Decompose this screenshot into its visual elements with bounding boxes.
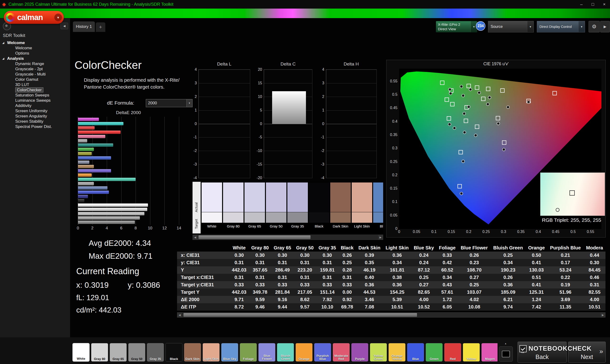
scrollbar-thumb[interactable] bbox=[183, 313, 417, 317]
tab-history-1[interactable]: History 1 bbox=[73, 21, 95, 32]
table-cell: 3.46 bbox=[356, 296, 383, 303]
deltae-bar bbox=[78, 216, 140, 220]
maximize-icon[interactable]: □ bbox=[587, 0, 598, 9]
table-cell: 0.33 bbox=[230, 281, 249, 288]
scrollbar-thumb[interactable] bbox=[198, 235, 311, 239]
sidebar-item-grayscale-multi[interactable]: Grayscale - Multi bbox=[0, 72, 70, 77]
table-cell: 9.59 bbox=[249, 296, 271, 303]
de-formula-dropdown[interactable]: 2000 ▼ bbox=[146, 99, 193, 107]
table-col-header: Black bbox=[338, 244, 356, 252]
reading-fl: fL: 129.01 bbox=[76, 294, 109, 302]
sidebar-item-luminance-sweeps[interactable]: Luminance Sweeps bbox=[0, 98, 70, 103]
back-label: Back bbox=[518, 353, 566, 360]
patch-chip-blue[interactable]: Blue bbox=[407, 343, 424, 362]
chevron-down-icon[interactable]: ▾ bbox=[54, 13, 62, 21]
table-cell: 0.33 bbox=[338, 281, 356, 288]
patch-chip-blue-sky[interactable]: Blue Sky bbox=[221, 343, 238, 362]
patch-chip-black[interactable]: Black bbox=[165, 343, 182, 362]
sidebar-item-screen-uniformity[interactable]: Screen Uniformity bbox=[0, 108, 70, 114]
minimize-icon[interactable]: – bbox=[576, 0, 587, 9]
delta-c-title: Delta C bbox=[280, 62, 296, 67]
delta-h-title: Delta H bbox=[344, 62, 359, 67]
sidebar-item-welcome[interactable]: ◢Welcome bbox=[0, 40, 70, 46]
scroll-left-icon[interactable]: ◀ bbox=[177, 312, 182, 317]
sidebar-item-screen-angularity[interactable]: Screen Angularity bbox=[0, 114, 70, 119]
table-cell: 10.52 bbox=[411, 303, 437, 311]
panel-expand-button[interactable]: ▶ bbox=[600, 21, 610, 32]
patch-chip-gray-50[interactable]: Gray 50 bbox=[128, 343, 145, 362]
source-selector[interactable]: Source ▼ bbox=[488, 21, 534, 32]
patch-chip-yellow-green[interactable]: Yellow Green bbox=[370, 343, 387, 362]
patch-chip-green[interactable]: Green bbox=[426, 343, 443, 362]
patch-chip-foliage[interactable]: Foliage bbox=[240, 343, 257, 362]
table-scrollbar[interactable]: ◀ ▶ bbox=[177, 312, 606, 318]
title-bar: ◆ Calman 2025 Calman Ultimate for Busine… bbox=[0, 0, 610, 9]
patch-chip-yellow[interactable]: Yellow bbox=[463, 343, 480, 362]
table-row-label: Target Y bbox=[177, 288, 230, 296]
cie-measurement-marker bbox=[463, 112, 466, 115]
sidebar-item-screen-stability[interactable]: Screen Stability bbox=[0, 119, 70, 124]
deltae-bar bbox=[78, 161, 89, 164]
cie-measurement-marker bbox=[488, 96, 491, 99]
patch-chip-moderate-red[interactable]: Moderate Red bbox=[333, 343, 350, 362]
scroll-right-icon[interactable]: ▶ bbox=[378, 235, 383, 240]
patch-chip-purple[interactable]: Purple bbox=[351, 343, 368, 362]
patch-chip-magen[interactable]: Magen bbox=[481, 343, 498, 362]
tree-expander-icon[interactable]: ◢ bbox=[2, 40, 4, 46]
sidebar-item-saturation-sweeps[interactable]: Saturation Sweeps bbox=[0, 93, 70, 98]
patch-chip-bluish-green[interactable]: Bluish Green bbox=[277, 343, 294, 362]
scroll-right-icon[interactable]: ▶ bbox=[600, 312, 605, 317]
sidebar-item-colorchecker[interactable]: ColorChecker bbox=[0, 87, 70, 93]
patch-chip-gray-65[interactable]: Gray 65 bbox=[110, 343, 127, 362]
window-title: Calman 2025 Calman Ultimate for Business… bbox=[9, 2, 173, 7]
tree-expander-icon[interactable]: ◢ bbox=[2, 56, 4, 61]
table-cell: 46.19 bbox=[356, 266, 383, 274]
table-cell: 0.30 bbox=[249, 252, 271, 259]
table-cell: 8.62 bbox=[294, 296, 316, 303]
calman-logo-menu[interactable]: calman ▾ bbox=[4, 11, 64, 24]
table-cell: 3.69 bbox=[547, 296, 584, 303]
table-cell: 0.30 bbox=[230, 252, 249, 259]
sidebar-item-welcome[interactable]: Welcome bbox=[0, 46, 70, 51]
patch-chip-white[interactable]: White bbox=[72, 343, 90, 362]
de-formula-label: dE Formula: bbox=[107, 100, 134, 106]
sidebar-collapse-button[interactable]: ◀ bbox=[61, 23, 68, 29]
sidebar-item-3d-lut[interactable]: 3D LUT bbox=[0, 82, 70, 87]
table-cell: 1.24 bbox=[526, 296, 547, 303]
patch-name: Gray 35 bbox=[287, 223, 308, 231]
deltae-bar bbox=[78, 203, 148, 207]
pattern-window-button[interactable] bbox=[499, 346, 513, 362]
patch-chip-gray-80[interactable]: Gray 80 bbox=[91, 343, 108, 362]
patch-chip-light-skin[interactable]: Light Skin bbox=[203, 343, 220, 362]
sidebar-item-analysis[interactable]: ◢Analysis bbox=[0, 56, 70, 61]
sidebar-item-spectral-power-dist[interactable]: Spectral Power Dist. bbox=[0, 124, 70, 129]
sidebar-item-options[interactable]: Options bbox=[0, 51, 70, 56]
patch-chip-gray-35[interactable]: Gray 35 bbox=[147, 343, 164, 362]
patch-chip-red[interactable]: Red bbox=[444, 343, 461, 362]
patch-chip-dark-skin[interactable]: Dark Skin bbox=[184, 343, 201, 362]
meter-count-badge[interactable]: 234 bbox=[476, 21, 485, 31]
settings-button[interactable]: ⚙ bbox=[589, 21, 600, 32]
patch-chip-orange[interactable]: Orange bbox=[296, 343, 313, 362]
table-cell: 357.65 bbox=[249, 266, 271, 274]
close-icon[interactable]: × bbox=[598, 0, 610, 9]
patch-chip-orange-yellow[interactable]: Orange Yellow bbox=[389, 343, 405, 362]
swatch-scrollbar[interactable]: ◀ ▶ bbox=[193, 235, 383, 240]
table-cell: 0.30 bbox=[294, 252, 316, 259]
patch-chip-blue-flower[interactable]: Blue Flower bbox=[258, 343, 275, 362]
chevron-up-icon[interactable]: ▲ bbox=[497, 342, 514, 345]
scroll-left-icon[interactable]: ◀ bbox=[193, 235, 197, 240]
meter-selector[interactable]: X-Rite i1Pro 2 Direct View ▼ bbox=[436, 21, 477, 32]
table-cell: 44.53 bbox=[356, 288, 383, 296]
table-cell: 0.17 bbox=[547, 259, 584, 266]
sidebar-item-additivity[interactable]: Additivity bbox=[0, 103, 70, 108]
table-cell: 125.31 bbox=[526, 288, 547, 296]
patch-chip-purplish-blue[interactable]: Purplish Blue bbox=[314, 343, 331, 362]
sidebar-item-dynamic-range[interactable]: Dynamic Range bbox=[0, 61, 70, 66]
table-cell: 10.51 bbox=[584, 303, 606, 311]
display-control-selector[interactable]: Direct Display Control ▼ bbox=[537, 21, 585, 32]
sidebar-item-grayscale-2pt[interactable]: Grayscale - 2pt bbox=[0, 66, 70, 72]
table-cell: 10.51 bbox=[383, 303, 411, 311]
add-tab-button[interactable]: + bbox=[96, 22, 105, 32]
sidebar-item-color-gamut[interactable]: Color Gamut bbox=[0, 77, 70, 82]
